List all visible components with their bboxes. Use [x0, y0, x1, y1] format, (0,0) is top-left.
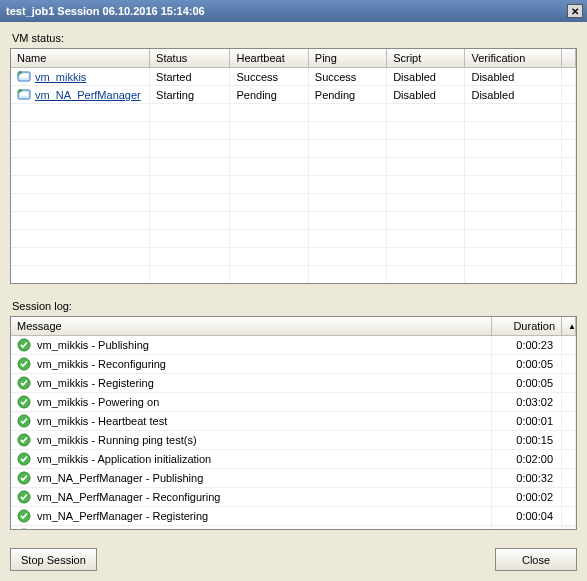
log-duration: 0:02:00: [492, 450, 562, 469]
log-duration: 0:00:04: [492, 507, 562, 526]
table-row[interactable]: vm_NA_PerfManager - Powering on0:00:50▼: [11, 526, 576, 531]
cell-status: Started: [150, 68, 230, 86]
log-message: vm_mikkis - Running ping test(s): [37, 434, 197, 446]
table-row: [11, 266, 576, 284]
col-script[interactable]: Script: [387, 49, 465, 68]
table-row: [11, 212, 576, 230]
vm-status-label: VM status:: [12, 32, 577, 44]
close-button[interactable]: Close: [495, 548, 577, 571]
table-row: [11, 122, 576, 140]
table-row: [11, 230, 576, 248]
cell-script: Disabled: [387, 86, 465, 104]
vm-table-header-row: Name Status Heartbeat Ping Script Verifi…: [11, 49, 576, 68]
col-status[interactable]: Status: [150, 49, 230, 68]
check-icon: [17, 490, 31, 504]
col-heartbeat[interactable]: Heartbeat: [230, 49, 308, 68]
table-row[interactable]: vm_mikkis - Heartbeat test0:00:01: [11, 412, 576, 431]
check-icon: [17, 357, 31, 371]
cell-ping: Pending: [308, 86, 386, 104]
table-row[interactable]: vm_mikkis - Reconfiguring0:00:05: [11, 355, 576, 374]
dialog-body: VM status: Name Status Heartbeat Ping Sc…: [0, 22, 587, 581]
cell-ping: Success: [308, 68, 386, 86]
table-row[interactable]: vm_mikkis - Publishing0:00:23: [11, 336, 576, 355]
col-name[interactable]: Name: [11, 49, 150, 68]
log-message: vm_mikkis - Reconfiguring: [37, 358, 166, 370]
table-row[interactable]: vm_NA_PerfManager - Registering0:00:04: [11, 507, 576, 526]
cell-verification: Disabled: [465, 68, 561, 86]
table-row[interactable]: vm_mikkisStartedSuccessSuccessDisabledDi…: [11, 68, 576, 86]
log-message: vm_NA_PerfManager - Publishing: [37, 472, 203, 484]
session-log-table: Message Duration ▲ vm_mikkis - Publishin…: [10, 316, 577, 530]
log-duration: 0:00:32: [492, 469, 562, 488]
log-message: vm_mikkis - Application initialization: [37, 453, 211, 465]
log-duration: 0:00:50: [492, 526, 562, 531]
scroll-up-icon[interactable]: ▲: [562, 317, 576, 336]
check-icon: [17, 471, 31, 485]
table-row[interactable]: vm_mikkis - Registering0:00:05: [11, 374, 576, 393]
log-message: vm_mikkis - Powering on: [37, 396, 159, 408]
table-row: [11, 176, 576, 194]
footer: Stop Session Close: [10, 536, 577, 571]
check-icon: [17, 395, 31, 409]
vm-icon: [17, 71, 31, 83]
close-icon[interactable]: ✕: [567, 4, 583, 18]
table-row[interactable]: vm_mikkis - Powering on0:03:02: [11, 393, 576, 412]
log-message: vm_NA_PerfManager - Reconfiguring: [37, 491, 220, 503]
check-icon: [17, 509, 31, 523]
col-duration[interactable]: Duration: [492, 317, 562, 336]
title-bar: test_job1 Session 06.10.2016 15:14:06 ✕: [0, 0, 587, 22]
table-row[interactable]: vm_mikkis - Running ping test(s)0:00:15: [11, 431, 576, 450]
cell-verification: Disabled: [465, 86, 561, 104]
log-duration: 0:03:02: [492, 393, 562, 412]
col-ping[interactable]: Ping: [308, 49, 386, 68]
cell-heartbeat: Pending: [230, 86, 308, 104]
log-message: vm_mikkis - Heartbeat test: [37, 415, 167, 427]
check-icon: [17, 452, 31, 466]
log-message: vm_mikkis - Publishing: [37, 339, 149, 351]
log-table-header-row: Message Duration ▲: [11, 317, 576, 336]
col-verification[interactable]: Verification: [465, 49, 561, 68]
table-row[interactable]: vm_NA_PerfManagerStartingPendingPendingD…: [11, 86, 576, 104]
cell-heartbeat: Success: [230, 68, 308, 86]
scroll-down-icon[interactable]: ▼: [562, 526, 576, 531]
stop-session-button[interactable]: Stop Session: [10, 548, 97, 571]
svg-rect-3: [20, 92, 28, 96]
vm-name-link[interactable]: vm_NA_PerfManager: [35, 89, 141, 101]
table-row[interactable]: vm_NA_PerfManager - Reconfiguring0:00:02: [11, 488, 576, 507]
session-log-label: Session log:: [12, 300, 577, 312]
log-message: vm_NA_PerfManager - Registering: [37, 510, 208, 522]
table-row[interactable]: vm_NA_PerfManager - Publishing0:00:32: [11, 469, 576, 488]
table-row[interactable]: vm_mikkis - Application initialization0:…: [11, 450, 576, 469]
svg-rect-1: [20, 74, 28, 78]
vm-name-link[interactable]: vm_mikkis: [35, 71, 86, 83]
table-row: [11, 104, 576, 122]
col-spacer: [561, 49, 575, 68]
table-row: [11, 158, 576, 176]
log-duration: 0:00:05: [492, 374, 562, 393]
col-message[interactable]: Message: [11, 317, 492, 336]
cell-status: Starting: [150, 86, 230, 104]
table-row: [11, 248, 576, 266]
svg-point-14: [18, 529, 30, 530]
log-duration: 0:00:05: [492, 355, 562, 374]
table-row: [11, 140, 576, 158]
check-icon: [17, 414, 31, 428]
check-icon: [17, 338, 31, 352]
log-message: vm_mikkis - Registering: [37, 377, 154, 389]
table-row: [11, 194, 576, 212]
vm-status-table: Name Status Heartbeat Ping Script Verifi…: [10, 48, 577, 284]
log-duration: 0:00:02: [492, 488, 562, 507]
vm-icon: [17, 89, 31, 101]
log-message: vm_NA_PerfManager - Powering on: [37, 529, 214, 530]
window-title: test_job1 Session 06.10.2016 15:14:06: [6, 5, 567, 17]
check-icon: [17, 433, 31, 447]
log-duration: 0:00:15: [492, 431, 562, 450]
log-duration: 0:00:01: [492, 412, 562, 431]
check-icon: [17, 376, 31, 390]
cell-script: Disabled: [387, 68, 465, 86]
log-duration: 0:00:23: [492, 336, 562, 355]
play-icon: [17, 528, 31, 530]
